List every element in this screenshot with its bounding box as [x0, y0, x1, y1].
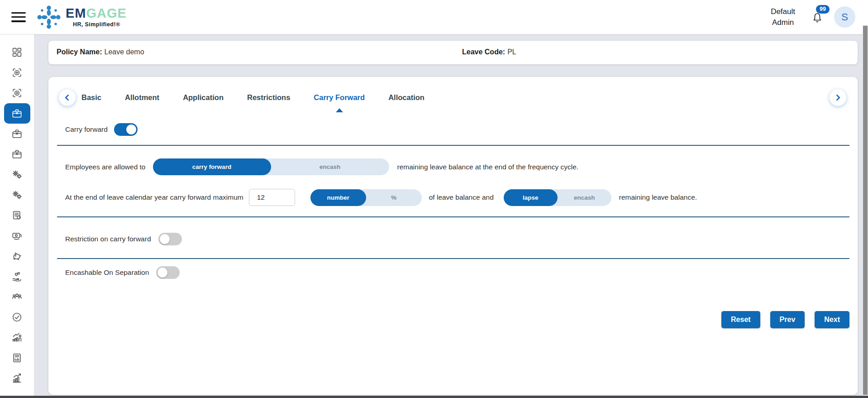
sidebar-item-briefcase-3[interactable] [4, 144, 30, 164]
sidebar-item-gears-2[interactable] [4, 185, 30, 205]
top-header: EMGAGE HR, Simplified!® Default Admin 99… [0, 0, 868, 34]
briefcase-icon [11, 149, 23, 160]
emgage-logo: EMGAGE HR, Simplified!® [36, 4, 127, 30]
emgage-logo-icon [36, 4, 62, 30]
avatar-initial: S [841, 11, 848, 23]
max-carry-input[interactable] [249, 189, 295, 206]
app-window: EMGAGE HR, Simplified!® Default Admin 99… [0, 0, 868, 398]
briefcase-icon [11, 108, 23, 119]
gears-icon [11, 169, 23, 180]
sidebar-item-briefcase-1[interactable] [4, 103, 30, 124]
report-chart-icon [11, 352, 23, 364]
tab-restrictions[interactable]: Restrictions [247, 93, 290, 102]
max-carry-suffix: remaining leave balance. [619, 193, 697, 201]
divider [57, 145, 849, 146]
policy-tabs: Basic Allotment Application Restrictions… [81, 93, 424, 102]
reset-button[interactable]: Reset [721, 311, 760, 328]
hand-coins-icon [11, 271, 23, 282]
logo-tagline: HR, Simplified!® [66, 21, 127, 28]
hamburger-menu-icon[interactable] [11, 12, 26, 22]
sidebar-item-hand-coins[interactable] [4, 266, 30, 287]
tab-basic[interactable]: Basic [81, 93, 101, 102]
tab-allocation[interactable]: Allocation [388, 93, 424, 102]
policy-name: Policy Name:Leave demo [57, 48, 144, 56]
logo-gage: GAGE [86, 6, 127, 20]
sidebar-item-scan-2[interactable] [4, 83, 30, 103]
user-name-line1: Default [771, 6, 795, 17]
logo-text: EMGAGE HR, Simplified!® [66, 7, 127, 28]
cash-icon [11, 230, 23, 241]
chevron-left-icon [64, 94, 71, 101]
user-name-line2: Admin [771, 17, 795, 28]
sidebar-item-briefcase-2[interactable] [4, 124, 30, 144]
sidebar-item-scan-1[interactable] [4, 62, 30, 83]
active-tab-caret [336, 108, 343, 112]
segment-encash[interactable]: encash [271, 158, 389, 175]
scan-globe-icon [11, 67, 23, 78]
policy-name-value: Leave demo [104, 48, 144, 56]
sidebar [0, 34, 34, 398]
sidebar-item-tax-piggy[interactable] [4, 246, 30, 266]
user-menu[interactable]: Default Admin [771, 6, 795, 28]
trend-chart-icon [11, 373, 23, 384]
divider [57, 216, 849, 217]
sidebar-item-form-report[interactable] [4, 205, 30, 225]
sidebar-item-employees[interactable] [4, 287, 30, 307]
unit-segmented-control: number % [310, 189, 422, 206]
growth-person-icon [11, 332, 23, 343]
action-segmented-control: lapse encash [504, 189, 611, 206]
max-carry-mid-text: of leave balance and [429, 193, 494, 201]
sidebar-item-statement[interactable] [4, 348, 30, 368]
carry-forward-panel: Basic Allotment Application Restrictions… [48, 77, 858, 395]
segment-percent[interactable]: % [366, 189, 422, 206]
max-carry-prefix: At the end of leave calendar year carry … [65, 193, 243, 201]
encashable-toggle[interactable] [156, 266, 180, 279]
check-circle-icon [11, 312, 23, 323]
segment-lapse[interactable]: lapse [504, 189, 558, 206]
header-right: Default Admin 99 S [771, 6, 868, 28]
prev-button[interactable]: Prev [770, 311, 805, 328]
vertical-scrollbar-thumb[interactable] [863, 26, 868, 395]
allowed-to-suffix: remaining leave balance at the end of th… [397, 163, 579, 171]
allowed-to-prefix: Employees are allowed to [65, 163, 146, 171]
bottom-edge-bar [0, 396, 868, 398]
policy-summary-card: Policy Name:Leave demo Leave Code:PL [48, 41, 858, 64]
leave-code-value: PL [507, 48, 516, 56]
tabs-scroll-left-button[interactable] [59, 89, 76, 106]
scan-globe-icon [11, 87, 23, 99]
logo-em: EM [66, 6, 86, 20]
carry-forward-toggle[interactable] [114, 123, 138, 136]
segment-carry-forward[interactable]: carry forward [153, 158, 271, 175]
restriction-toggle-label: Restriction on carry forward [65, 235, 151, 243]
dashboard-grid-icon [11, 47, 23, 58]
sidebar-item-gears-1[interactable] [4, 164, 30, 185]
restriction-toggle[interactable] [158, 233, 182, 245]
sidebar-item-dashboard[interactable] [4, 42, 30, 62]
segment-number[interactable]: number [310, 189, 366, 206]
encashable-toggle-label: Encashable On Separation [65, 269, 149, 277]
footer-buttons: Reset Prev Next [721, 311, 849, 328]
leave-code: Leave Code:PL [462, 48, 516, 56]
tabs-scroll-right-button[interactable] [830, 89, 846, 106]
carry-forward-toggle-label: Carry forward [65, 125, 108, 134]
piggy-bank-icon [11, 250, 23, 262]
notifications-button[interactable]: 99 [811, 10, 824, 24]
sidebar-item-trend[interactable] [4, 368, 30, 388]
allowed-to-segmented-control: carry forward encash [153, 158, 389, 175]
chevron-right-icon [835, 94, 841, 101]
briefcase-icon [11, 128, 23, 139]
divider [57, 258, 849, 259]
next-button[interactable]: Next [815, 311, 849, 328]
gears-icon [11, 189, 23, 201]
people-group-icon [11, 291, 23, 302]
tab-carry-forward[interactable]: Carry Forward [314, 93, 365, 102]
sidebar-item-approvals[interactable] [4, 307, 30, 327]
sidebar-item-growth-person[interactable] [4, 327, 30, 348]
notification-count-badge: 99 [816, 5, 830, 14]
segment-encash-2[interactable]: encash [558, 189, 611, 206]
policy-name-label: Policy Name: [57, 48, 102, 56]
sidebar-item-payroll-cash[interactable] [4, 225, 30, 246]
avatar[interactable]: S [834, 6, 855, 28]
tab-application[interactable]: Application [183, 93, 224, 102]
tab-allotment[interactable]: Allotment [125, 93, 159, 102]
